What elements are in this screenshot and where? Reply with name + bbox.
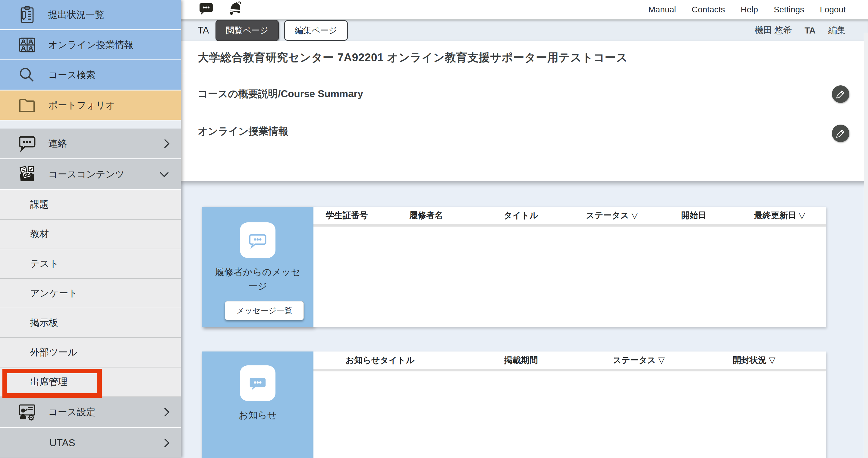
- notices-table: お知らせタイトル 掲載期間 ステータス ▽ 開封状況 ▽: [313, 351, 826, 458]
- sidebar-spacer: [0, 121, 181, 128]
- column-start-date: 開始日: [654, 210, 734, 221]
- dashboard-content: 履修者からのメッセージ メッセージ一覧 学生証番号 履修者名 タイトル ステータ…: [181, 181, 868, 458]
- sidebar-item-label: アンケート: [30, 287, 78, 299]
- messages-card-label: 履修者からのメッセージ: [202, 265, 313, 293]
- video-meeting-icon: [14, 35, 40, 55]
- messages-panel: 履修者からのメッセージ メッセージ一覧 学生証番号 履修者名 タイトル ステータ…: [202, 207, 826, 327]
- sidebar-item-course-settings[interactable]: コース設定: [0, 397, 181, 428]
- column-status-sort[interactable]: ステータス ▽: [595, 354, 682, 366]
- chat-bubble-icon: [14, 134, 40, 153]
- user-area: 機田 悠希 TA 編集: [754, 24, 846, 36]
- messages-table: 学生証番号 履修者名 タイトル ステータス ▽ 開始日 最終更新日 ▽: [313, 207, 826, 327]
- user-edit-link[interactable]: 編集: [828, 24, 846, 36]
- edit-course-summary-button[interactable]: [832, 85, 849, 103]
- sidebar-item-submission-status[interactable]: 提出状況一覧: [0, 0, 181, 30]
- notices-panel: お知らせ お知らせタイトル 掲載期間 ステータス ▽ 開封状況 ▽: [202, 351, 826, 458]
- sidebar: 提出状況一覧 オンライン授業情報 コース検索: [0, 0, 181, 458]
- sidebar-item-label: テスト: [30, 257, 59, 270]
- course-summary-section: コースの概要説明/Course Summary: [181, 73, 868, 115]
- sidebar-item-label: コース設定: [48, 406, 95, 419]
- scrollbar-track[interactable]: [864, 33, 868, 458]
- messages-table-header: 学生証番号 履修者名 タイトル ステータス ▽ 開始日 最終更新日 ▽: [313, 207, 826, 227]
- sidebar-item-label: 課題: [30, 198, 49, 211]
- course-contents-box-icon: [14, 165, 40, 184]
- message-list-button[interactable]: メッセージ一覧: [225, 301, 304, 320]
- sidebar-item-label: 外部ツール: [30, 346, 77, 359]
- column-last-updated-sort[interactable]: 最終更新日 ▽: [734, 210, 826, 221]
- menu-item-manual[interactable]: Manual: [648, 5, 676, 15]
- menu-item-help[interactable]: Help: [741, 5, 758, 15]
- chevron-right-icon: [163, 406, 170, 418]
- menu-item-settings[interactable]: Settings: [774, 5, 804, 15]
- edit-pencil-icon: [835, 128, 846, 139]
- online-class-info-title: オンライン授業情報: [198, 124, 288, 138]
- menu-item-logout[interactable]: Logout: [820, 5, 846, 15]
- sidebar-item-label: UTAS: [14, 437, 75, 449]
- sidebar-item-external-tools[interactable]: 外部ツール: [0, 338, 181, 368]
- sidebar-item-label: コース検索: [48, 69, 95, 82]
- chevron-right-icon: [163, 138, 170, 150]
- notices-table-header: お知らせタイトル 掲載期間 ステータス ▽ 開封状況 ▽: [313, 351, 826, 371]
- sidebar-item-materials[interactable]: 教材: [0, 220, 181, 249]
- column-student-id: 学生証番号: [313, 210, 380, 221]
- course-summary-title: コースの概要説明/Course Summary: [198, 87, 363, 101]
- column-notice-title: お知らせタイトル: [313, 354, 447, 366]
- column-title: タイトル: [472, 210, 569, 221]
- app-window: 提出状況一覧 オンライン授業情報 コース検索: [0, 0, 868, 458]
- menu-item-contacts[interactable]: Contacts: [692, 5, 725, 15]
- edit-online-class-info-button[interactable]: [832, 124, 849, 142]
- topbar-icons: [198, 0, 244, 19]
- folder-icon: [14, 96, 40, 115]
- column-posting-period: 掲載期間: [447, 354, 595, 366]
- chat-bubble-outline-icon: [240, 222, 276, 258]
- chat-bubble-icon[interactable]: [198, 1, 215, 19]
- notices-card: お知らせ: [202, 351, 313, 458]
- course-header-section: 大学総合教育研究センター 7A92201 オンライン教育支援サポーター用テストコ…: [181, 41, 868, 181]
- online-class-info-section: オンライン授業情報: [181, 115, 868, 181]
- sidebar-item-label: ポートフォリオ: [48, 99, 115, 112]
- sidebar-item-tests[interactable]: テスト: [0, 249, 181, 279]
- main-area: Manual Contacts Help Settings Logout TA …: [181, 0, 868, 458]
- clipboard-pencil-icon: [14, 5, 40, 25]
- role-label: TA: [198, 25, 209, 36]
- sidebar-item-label: 掲示板: [30, 316, 58, 329]
- sidebar-item-bulletin-board[interactable]: 掲示板: [0, 308, 181, 338]
- user-name: 機田 悠希: [754, 24, 792, 36]
- column-status-sort[interactable]: ステータス ▽: [569, 210, 654, 221]
- course-title: 大学総合教育研究センター 7A92201 オンライン教育支援サポーター用テストコ…: [181, 41, 868, 73]
- topbar-menu: Manual Contacts Help Settings Logout: [648, 5, 846, 15]
- sidebar-item-assignments[interactable]: 課題: [0, 190, 181, 220]
- sidebar-item-label: 教材: [30, 228, 49, 240]
- page-mode-toolbar: TA 閲覧ページ 編集ページ 機田 悠希 TA 編集: [181, 19, 868, 41]
- column-student-name: 履修者名: [380, 210, 472, 221]
- sidebar-item-label: コースコンテンツ: [48, 168, 124, 181]
- user-role-badge: TA: [804, 26, 815, 36]
- sidebar-item-surveys[interactable]: アンケート: [0, 279, 181, 308]
- sidebar-item-utas[interactable]: UTAS: [0, 428, 181, 458]
- sidebar-item-label: 出席管理: [30, 376, 67, 388]
- view-page-button[interactable]: 閲覧ページ: [216, 20, 278, 41]
- sidebar-item-label: 連絡: [48, 137, 67, 150]
- bell-icon[interactable]: [227, 0, 244, 19]
- edit-pencil-icon: [835, 89, 846, 99]
- sidebar-item-course-search[interactable]: コース検索: [0, 60, 181, 90]
- chevron-right-icon: [163, 437, 170, 449]
- sidebar-item-portfolio[interactable]: ポートフォリオ: [0, 90, 181, 121]
- messages-card: 履修者からのメッセージ メッセージ一覧: [202, 207, 313, 327]
- top-bar: Manual Contacts Help Settings Logout: [181, 0, 868, 19]
- sidebar-item-online-class-info[interactable]: オンライン授業情報: [0, 30, 181, 60]
- notices-card-label: お知らせ: [230, 408, 285, 422]
- chat-bubble-filled-icon: [240, 365, 276, 401]
- chevron-down-icon: [158, 171, 170, 178]
- sidebar-item-contact[interactable]: 連絡: [0, 128, 181, 159]
- sidebar-item-course-contents[interactable]: コースコンテンツ: [0, 159, 181, 190]
- column-read-status-sort[interactable]: 開封状況 ▽: [682, 354, 826, 366]
- sidebar-item-label: オンライン授業情報: [48, 39, 133, 51]
- course-settings-icon: [14, 402, 40, 422]
- edit-page-button[interactable]: 編集ページ: [284, 20, 348, 41]
- search-icon: [14, 65, 40, 85]
- sidebar-item-attendance-management[interactable]: 出席管理: [0, 368, 181, 397]
- sidebar-item-label: 提出状況一覧: [48, 8, 104, 21]
